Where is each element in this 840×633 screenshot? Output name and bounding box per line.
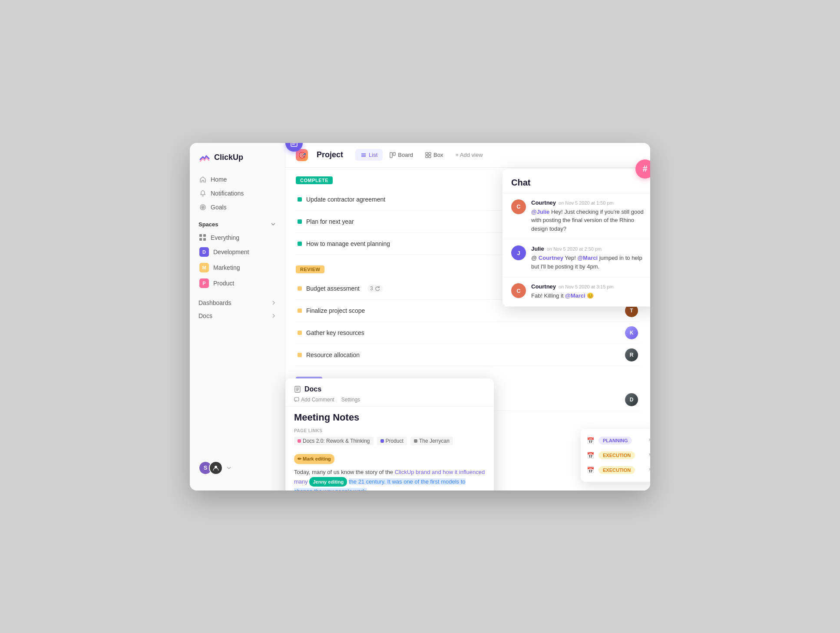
- notifications-label: Notifications: [211, 190, 244, 197]
- everything-label: Everything: [211, 234, 239, 241]
- badge-complete: COMPLETE: [296, 176, 333, 184]
- bell-icon: [199, 190, 206, 197]
- user-avatar-dark[interactable]: [209, 461, 223, 475]
- flag-icon-3: ⚑: [648, 467, 650, 473]
- badge-review: REVIEW: [296, 265, 324, 273]
- flag-icon-2: ⚑: [648, 452, 650, 458]
- svg-rect-6: [426, 152, 428, 155]
- flag-icon-1: ⚑: [648, 437, 650, 444]
- task-dot: [298, 219, 302, 224]
- task-dot: [298, 331, 302, 335]
- task-avatar: K: [625, 326, 638, 339]
- task-name: How to manage event planning: [306, 240, 390, 247]
- logo-area: ClickUp: [190, 152, 285, 172]
- sprint-row-2: 📅 EXECUTION ⚑: [581, 448, 650, 463]
- task-count-badge: 3: [367, 285, 383, 292]
- sidebar-item-goals[interactable]: Goals: [195, 200, 280, 214]
- logo-text: ClickUp: [214, 153, 243, 162]
- task-dot: [298, 308, 302, 313]
- page-link-dot-1: [298, 439, 301, 443]
- page-link-2[interactable]: Product: [377, 437, 407, 445]
- table-row[interactable]: Resource allocation R: [296, 344, 640, 366]
- calendar-icon-3: 📅: [587, 467, 594, 474]
- chat-title: Chat: [503, 169, 650, 193]
- chat-text-3: Fab! Killing it @Marci 😊: [531, 292, 650, 300]
- sidebar-item-product[interactable]: P Product: [195, 275, 280, 291]
- svg-rect-8: [426, 156, 428, 158]
- task-dot: [298, 197, 302, 202]
- chat-message-1: C Courtney on Nov 5 2020 at 1:50 pm @Jul…: [503, 193, 650, 240]
- tab-box[interactable]: Box: [420, 149, 448, 161]
- sidebar-nav: Home Notifications Goals: [190, 172, 285, 214]
- spaces-header: Spaces: [190, 214, 285, 231]
- tab-board[interactable]: Board: [384, 149, 418, 161]
- chat-panel: # Chat C Courtney on Nov 5 2020 at 1:50 …: [503, 169, 650, 307]
- sidebar-item-everything[interactable]: Everything: [195, 231, 280, 244]
- svg-rect-12: [294, 398, 299, 401]
- tab-list[interactable]: List: [355, 149, 383, 161]
- chat-author-2: Julie: [531, 245, 544, 252]
- view-tabs: List Board Box + Add view: [355, 149, 488, 161]
- main-header: 🎯 Project List Board: [285, 143, 650, 168]
- marketing-icon: M: [199, 263, 209, 272]
- sidebar-item-notifications[interactable]: Notifications: [195, 186, 280, 200]
- docs-panel-header: Docs: [285, 378, 494, 395]
- chevron-right-icon: [271, 300, 276, 305]
- chat-time-3: on Nov 5 2020 at 3:15 pm: [559, 284, 614, 289]
- table-row[interactable]: Gather key resources K: [296, 322, 640, 344]
- task-dot: [298, 286, 302, 291]
- page-link-1[interactable]: Docs 2.0: Rework & Thinking: [294, 437, 374, 445]
- sidebar-item-marketing[interactable]: M Marketing: [195, 260, 280, 275]
- sprint-tag-execution-1[interactable]: EXECUTION: [599, 451, 635, 459]
- sprint-tag-planning[interactable]: PLANNING: [599, 437, 632, 444]
- user-icon: [213, 465, 219, 471]
- chevron-right-icon-2: [271, 313, 276, 318]
- task-name: Update contractor agreement: [306, 196, 385, 203]
- chat-avatar-1: C: [511, 199, 526, 214]
- sidebar-item-docs[interactable]: Docs: [190, 309, 285, 322]
- product-label: Product: [213, 280, 234, 287]
- project-icon: 🎯: [296, 149, 308, 161]
- docs-actions: Add Comment Settings: [285, 395, 494, 407]
- chat-time-2: on Nov 5 2020 at 2:50 pm: [547, 246, 602, 252]
- page-link-dot-2: [380, 439, 384, 443]
- page-link-3[interactable]: The Jerrycan: [410, 437, 453, 445]
- calendar-icon-2: 📅: [587, 452, 594, 459]
- user-area: S: [190, 454, 285, 482]
- docs-text-before: Today, many of us know the story of the: [294, 469, 395, 475]
- refresh-icon: [375, 286, 380, 291]
- product-icon: P: [199, 278, 209, 288]
- add-view-button[interactable]: + Add view: [450, 149, 488, 161]
- list-icon: [360, 152, 367, 158]
- docs-body: ✏ Mark editing Today, many of us know th…: [285, 451, 494, 490]
- chat-author-1: Courtney: [531, 199, 556, 206]
- project-title: Project: [317, 150, 343, 159]
- chevron-down-icon: [270, 221, 276, 227]
- sidebar: ClickUp Home Notifications: [190, 143, 285, 490]
- task-dot: [298, 242, 302, 246]
- chevron-down-icon-user: [226, 465, 231, 471]
- goals-label: Goals: [211, 204, 227, 211]
- docs-title: Docs: [304, 385, 321, 393]
- docs-header-icon: [294, 386, 301, 393]
- svg-point-2: [202, 207, 203, 208]
- task-name: Gather key resources: [306, 329, 364, 336]
- chat-message-3: C Courtney on Nov 5 2020 at 3:15 pm Fab!…: [503, 277, 650, 307]
- chat-message-2: J Julie on Nov 5 2020 at 2:50 pm @ Court…: [503, 239, 650, 277]
- marketing-label: Marketing: [213, 264, 240, 271]
- sprint-tag-execution-2[interactable]: EXECUTION: [599, 466, 635, 474]
- app-container: ClickUp Home Notifications: [190, 143, 650, 490]
- sidebar-item-home[interactable]: Home: [195, 172, 280, 186]
- svg-rect-4: [390, 152, 392, 158]
- settings-button[interactable]: Settings: [341, 397, 360, 403]
- page-link-dot-3: [414, 439, 417, 443]
- task-name: Plan for next year: [306, 218, 354, 225]
- board-icon: [390, 152, 396, 158]
- add-comment-button[interactable]: Add Comment: [294, 397, 334, 403]
- mark-editing-badge: ✏ Mark editing: [294, 454, 334, 464]
- sidebar-item-dashboards[interactable]: Dashboards: [190, 296, 285, 309]
- task-name: Finalize project scope: [306, 307, 365, 314]
- sprint-row-3: 📅 EXECUTION ⚑: [581, 463, 650, 477]
- sprint-row-1: 📅 PLANNING ⚑: [581, 433, 650, 448]
- sidebar-item-development[interactable]: D Development: [195, 244, 280, 260]
